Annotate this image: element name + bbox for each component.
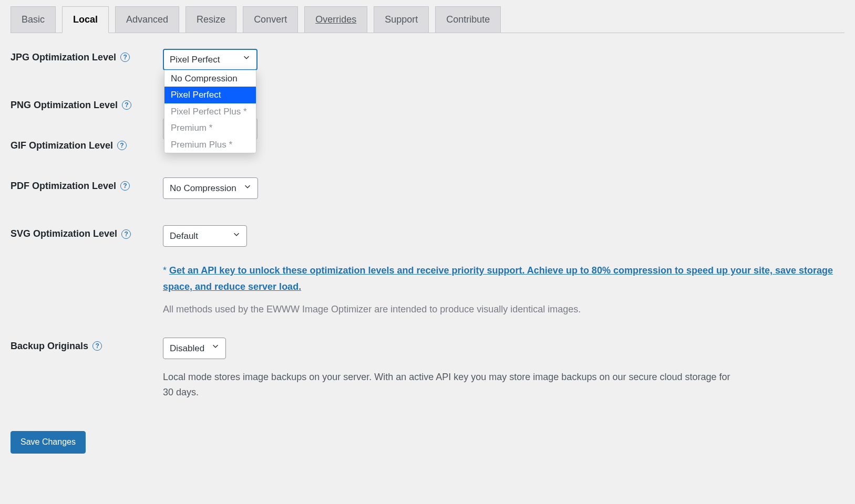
backup-value: Disabled — [170, 343, 204, 353]
help-icon[interactable]: ? — [117, 141, 127, 150]
option-premium-plus[interactable]: Premium Plus * — [164, 136, 256, 153]
svg-level-value: Default — [170, 231, 198, 241]
chevron-down-icon — [242, 52, 251, 67]
jpg-level-dropdown: No Compression Pixel Perfect Pixel Perfe… — [164, 70, 256, 154]
help-icon[interactable]: ? — [92, 341, 102, 351]
api-key-link[interactable]: Get an API key to unlock these optimizat… — [163, 265, 833, 292]
pdf-level-label: PDF Optimization Level — [11, 181, 116, 192]
option-no-compression[interactable]: No Compression — [164, 70, 256, 87]
help-icon[interactable]: ? — [122, 100, 131, 110]
backup-label: Backup Originals — [11, 341, 88, 352]
option-premium[interactable]: Premium * — [164, 120, 256, 136]
tab-overrides[interactable]: Overrides — [304, 6, 367, 33]
save-changes-button[interactable]: Save Changes — [11, 431, 86, 454]
tab-resize[interactable]: Resize — [186, 6, 236, 33]
help-icon[interactable]: ? — [120, 181, 130, 191]
tab-support[interactable]: Support — [374, 6, 429, 33]
pdf-level-select[interactable]: No Compression — [163, 177, 258, 199]
backup-description: Local mode stores image backups on your … — [163, 370, 741, 400]
chevron-down-icon — [232, 229, 241, 243]
gif-level-label: GIF Optimization Level — [11, 140, 113, 151]
option-pixel-perfect-plus[interactable]: Pixel Perfect Plus * — [164, 103, 256, 120]
svg-level-label: SVG Optimization Level — [11, 228, 117, 239]
jpg-level-select[interactable]: Pixel Perfect No Compression Pixel Perfe… — [163, 49, 257, 70]
png-level-label: PNG Optimization Level — [11, 100, 118, 111]
settings-tabs: Basic Local Advanced Resize Convert Over… — [11, 0, 844, 33]
help-icon[interactable]: ? — [121, 229, 131, 239]
tab-local[interactable]: Local — [62, 6, 109, 33]
tab-contribute[interactable]: Contribute — [435, 6, 501, 33]
tab-advanced[interactable]: Advanced — [115, 6, 179, 33]
tab-basic[interactable]: Basic — [11, 6, 56, 33]
backup-select[interactable]: Disabled — [163, 338, 226, 359]
chevron-down-icon — [243, 181, 252, 195]
asterisk-prefix: * — [163, 265, 169, 276]
pdf-level-value: No Compression — [170, 183, 236, 193]
option-pixel-perfect[interactable]: Pixel Perfect — [164, 87, 256, 103]
svg-level-select[interactable]: Default — [163, 225, 247, 247]
chevron-down-icon — [211, 341, 220, 355]
methods-note: All methods used by the EWWW Image Optim… — [163, 302, 844, 317]
tab-convert[interactable]: Convert — [243, 6, 298, 33]
jpg-level-label: JPG Optimization Level — [11, 52, 116, 63]
help-icon[interactable]: ? — [120, 52, 130, 62]
jpg-level-value: Pixel Perfect — [170, 55, 220, 65]
